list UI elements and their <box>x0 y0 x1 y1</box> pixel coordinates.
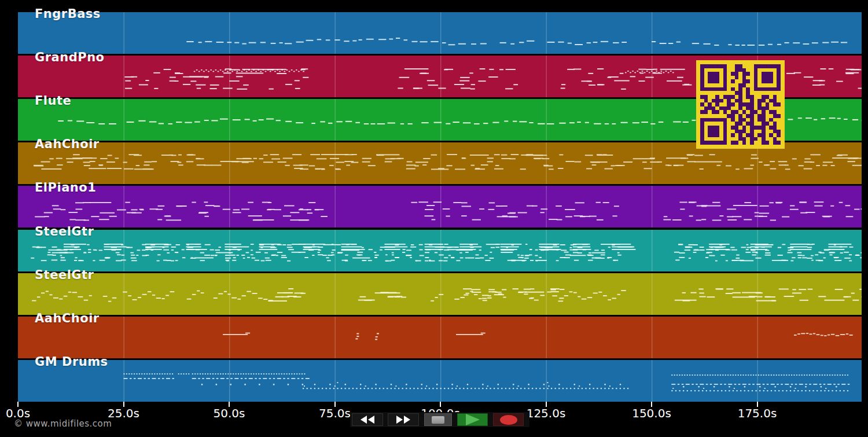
rewind-icon <box>359 415 376 424</box>
track-lane-steelgtr[interactable] <box>18 230 862 271</box>
fast-forward-icon <box>395 415 411 424</box>
axis-tick-label: 150.0s <box>632 406 671 420</box>
midi-timeline-view: 0.0s25.0s50.0s75.0s100.0s125.0s150.0s175… <box>0 0 868 437</box>
track-lane-steelgtr[interactable] <box>18 273 862 315</box>
axis-tick-label: 125.0s <box>527 406 566 420</box>
record-button[interactable] <box>493 413 524 426</box>
play-button[interactable] <box>457 413 488 426</box>
axis-tick-label: 25.0s <box>108 406 139 420</box>
copyright-text: © www.midifiles.com <box>14 418 112 429</box>
qr-code <box>696 60 785 149</box>
axis-tick-label: 50.0s <box>214 406 245 420</box>
rewind-button[interactable] <box>352 413 383 426</box>
axis-tick-label: 175.0s <box>738 406 777 420</box>
track-lane-gm-drums[interactable] <box>18 360 862 402</box>
record-icon <box>500 415 517 425</box>
track-lane-elpiano1[interactable] <box>18 186 862 227</box>
track-lane-aahchoir[interactable] <box>18 317 862 358</box>
stop-button[interactable] <box>424 413 452 426</box>
play-icon <box>466 414 480 425</box>
axis-tick-label: 75.0s <box>319 406 351 420</box>
track-lane-fngrbass[interactable] <box>18 12 862 54</box>
stop-icon <box>432 416 444 424</box>
transport-bar <box>350 412 529 427</box>
fast-forward-button[interactable] <box>388 413 419 426</box>
